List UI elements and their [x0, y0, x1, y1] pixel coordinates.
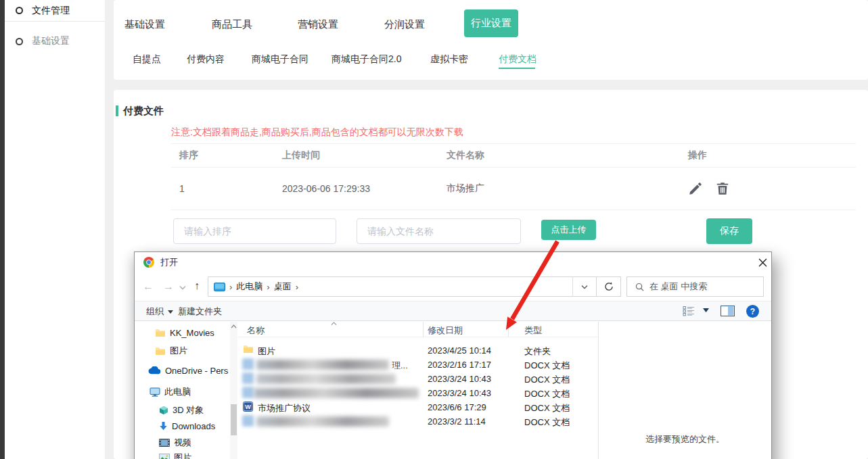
file-type: DOCX 文档: [524, 402, 570, 414]
search-placeholder: 在 桌面 中搜索: [649, 281, 707, 293]
breadcrumb-this-pc[interactable]: 此电脑: [236, 281, 262, 293]
file-row-redacted[interactable]: 2023/3/2 11:14 DOCX 文档: [237, 414, 598, 429]
sort-ascending-icon: [331, 322, 337, 325]
forward-arrow-icon[interactable]: →: [163, 281, 174, 292]
address-bar[interactable]: › 此电脑 › 桌面 ›: [208, 276, 621, 297]
search-box[interactable]: 在 桌面 中搜索: [626, 276, 764, 297]
file-row-redacted[interactable]: 理... 2023/2/16 17:17 DOCX 文档: [237, 358, 598, 372]
refresh-button[interactable]: [596, 277, 620, 296]
chrome-icon: [143, 257, 154, 268]
column-type[interactable]: 类型: [524, 324, 542, 337]
tree-scrollbar[interactable]: [230, 322, 237, 459]
subtab-e-contract[interactable]: 商城电子合同: [252, 53, 309, 66]
search-icon: [635, 283, 644, 291]
tree-item-onedrive[interactable]: OneDrive - Pers: [135, 364, 230, 377]
redacted-file-name: [256, 374, 396, 384]
subtab-paid-content[interactable]: 付费内容: [187, 53, 225, 66]
tab-marketing-settings[interactable]: 营销设置: [298, 18, 338, 31]
breadcrumb-separator[interactable]: ›: [296, 282, 298, 292]
tree-item-videos[interactable]: 视频: [135, 436, 230, 450]
tree-label: 此电脑: [164, 386, 191, 398]
settings-nav-card: 基础设置 商品工具 营销设置 分润设置 行业设置 自提点 付费内容 商城电子合同…: [114, 0, 868, 80]
refresh-icon: [604, 282, 614, 291]
tree-item-pictures[interactable]: 图片: [135, 451, 230, 459]
tab-profit-settings[interactable]: 分润设置: [384, 18, 425, 31]
tab-basic-settings[interactable]: 基础设置: [124, 18, 165, 31]
file-name-tail: 理...: [392, 360, 408, 372]
dialog-toolbar: 组织 新建文件夹 ?: [135, 301, 771, 321]
section-accent-bar: [116, 105, 118, 116]
caret-down-icon: [168, 310, 173, 314]
new-folder-button[interactable]: 新建文件夹: [178, 306, 222, 318]
chevron-down-icon: [581, 285, 588, 289]
preview-hint-text: 选择要预览的文件。: [599, 433, 771, 445]
tree-label: 3D 对象: [173, 404, 204, 416]
file-type: DOCX 文档: [524, 416, 570, 429]
file-row-pictures-folder[interactable]: 图片 2023/4/25 10:14 文件夹: [237, 343, 598, 358]
file-type: DOCX 文档: [524, 374, 570, 386]
tree-item-downloads[interactable]: Downloads: [135, 419, 230, 433]
subtab-pickup-point[interactable]: 自提点: [133, 53, 161, 66]
up-arrow-icon[interactable]: ↑: [194, 281, 200, 291]
tree-item-3d-objects[interactable]: 3D 对象: [135, 404, 230, 417]
sidebar-item-basic-settings[interactable]: 基础设置: [5, 30, 105, 52]
folder-icon: [155, 329, 166, 337]
subtab-paid-docs-active[interactable]: 付费文档: [499, 53, 536, 66]
delete-trash-icon[interactable]: [715, 181, 730, 196]
file-date: 2023/2/16 17:17: [428, 360, 491, 370]
scroll-up-icon: [231, 324, 237, 329]
save-button[interactable]: 保存: [706, 218, 752, 244]
tree-label: 图片: [170, 345, 187, 357]
column-name[interactable]: 名称: [247, 324, 265, 337]
breadcrumb-separator[interactable]: ›: [267, 282, 269, 292]
col-ops: 操作: [688, 149, 848, 162]
tab-industry-settings-active[interactable]: 行业设置: [464, 9, 518, 37]
sort-input[interactable]: [173, 218, 336, 244]
close-icon: [758, 258, 767, 267]
back-arrow-icon[interactable]: ←: [143, 281, 154, 292]
redacted-file-name: [256, 360, 389, 370]
subtab-e-contract-2[interactable]: 商城电子合同2.0: [332, 53, 401, 66]
breadcrumb-desktop[interactable]: 桌面: [274, 281, 292, 293]
tree-item-pictures-folder[interactable]: 图片: [135, 344, 230, 358]
tree-item-kk-movies[interactable]: KK_Movies: [135, 326, 230, 339]
file-row-redacted[interactable]: 2023/3/24 10:43 DOCX 文档: [237, 372, 598, 386]
organize-menu[interactable]: 组织: [146, 306, 173, 318]
help-icon[interactable]: ?: [746, 305, 759, 318]
scrollbar-thumb[interactable]: [231, 404, 237, 435]
row-actions: [688, 181, 848, 196]
preview-pane: 选择要预览的文件。: [598, 322, 771, 459]
tab-product-tools[interactable]: 商品工具: [212, 18, 252, 31]
col-time: 上传时间: [282, 149, 447, 162]
history-chevron-icon[interactable]: [179, 285, 186, 290]
edit-pencil-icon[interactable]: [688, 181, 703, 196]
file-name-input[interactable]: [357, 218, 521, 244]
file-type: 文件夹: [524, 345, 551, 358]
redacted-file-name: [254, 388, 419, 398]
view-dropdown-icon[interactable]: [703, 308, 709, 312]
tree-label: 视频: [174, 437, 191, 449]
table-header-row: 排序 上传时间 文件名称 操作: [171, 143, 856, 168]
cell-name: 市场推广: [447, 183, 688, 195]
subtab-virtual-card[interactable]: 虚拟卡密: [430, 53, 468, 66]
file-row-redacted[interactable]: 2023/3/24 10:43 DOCX 文档: [237, 386, 598, 400]
upload-button[interactable]: 点击上传: [541, 220, 596, 240]
sidebar-item-file-management[interactable]: 文件管理: [5, 0, 105, 22]
sidebar-item-label: 基础设置: [32, 35, 70, 47]
file-row-marketing-agreement[interactable]: W 市场推广协议 2023/6/6 17:29 DOCX 文档: [237, 400, 598, 414]
details-view-icon[interactable]: [683, 306, 695, 316]
dialog-titlebar[interactable]: 打开: [135, 252, 771, 272]
section-title: 付费文件: [123, 105, 164, 118]
active-tab-underline: [499, 68, 535, 69]
file-list: 名称 修改日期 类型 图片 2023/4/25 10:14 文件夹 理... 2…: [237, 322, 598, 459]
sidebar: 文件管理 基础设置: [5, 0, 105, 459]
column-date[interactable]: 修改日期: [428, 324, 463, 337]
file-date: 2023/3/2 11:14: [428, 416, 486, 427]
preview-pane-icon[interactable]: [721, 306, 735, 316]
tree-item-this-pc[interactable]: 此电脑: [135, 385, 230, 399]
folder-icon: [155, 347, 166, 356]
address-dropdown-button[interactable]: [572, 277, 596, 296]
dialog-close-button[interactable]: [752, 255, 773, 270]
cell-time: 2023-06-06 17:29:33: [282, 183, 447, 194]
file-date: 2023/3/24 10:43: [428, 374, 491, 384]
